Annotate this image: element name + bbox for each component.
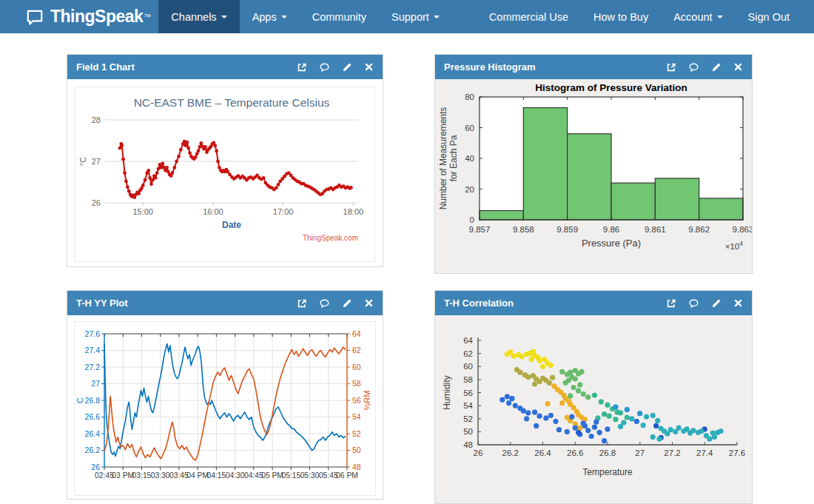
comment-icon[interactable] <box>319 62 330 73</box>
close-icon[interactable] <box>364 298 374 308</box>
close-icon[interactable] <box>364 62 374 72</box>
right-y-tick-label: 50 <box>352 446 361 454</box>
data-point <box>121 158 125 161</box>
edit-icon[interactable] <box>711 62 722 73</box>
right-axis-label: %RM <box>363 391 371 411</box>
scatter-point <box>537 414 542 419</box>
panel-field1-chart: Field 1 Chart NC-EAST BME – Temperature … <box>67 54 383 267</box>
right-y-tick-label: 54 <box>352 412 361 421</box>
data-point <box>175 160 178 164</box>
histogram-bar <box>699 198 743 220</box>
scatter-point <box>690 428 696 433</box>
panel-header-drag-handle[interactable]: T-H YY Plot <box>67 291 383 315</box>
data-point <box>186 147 190 150</box>
scatter-point <box>668 427 673 432</box>
scatter-point <box>559 400 565 406</box>
y-tick-label: 52 <box>463 414 473 423</box>
scatter-point <box>556 427 562 432</box>
panel-th-correlation: T-H Correlation 2626.226.426.626.82727.2… <box>434 290 753 504</box>
x-tick-label: 05 PM <box>261 471 283 480</box>
x-tick-label: 04:30 <box>226 471 245 480</box>
thingspeak-brand[interactable]: ThingSpeak™ <box>25 7 151 27</box>
nav-item-sign-out[interactable]: Sign Out <box>736 0 802 33</box>
nav-item-label: How to Buy <box>593 11 648 23</box>
x-tick-label: 16:00 <box>203 207 223 216</box>
y-tick-label: 50 <box>463 427 473 436</box>
scatter-point <box>517 370 522 375</box>
panel-header-drag-handle[interactable]: T-H Correlation <box>435 291 752 315</box>
open-icon[interactable] <box>297 62 307 73</box>
comment-icon[interactable] <box>688 62 699 73</box>
data-point <box>154 176 158 180</box>
edit-icon[interactable] <box>342 62 352 73</box>
scatter-point <box>506 400 511 406</box>
panel-icons <box>666 62 743 73</box>
y-tick-label: 60 <box>463 362 473 371</box>
nav-right-group: Commercial Use How to Buy Account Sign O… <box>477 0 802 33</box>
panel-title: T-H YY Plot <box>76 298 128 309</box>
axis-exponent: ×104 <box>725 240 744 251</box>
comment-icon[interactable] <box>688 298 699 309</box>
scatter-point <box>577 426 582 431</box>
scatter-point <box>548 413 554 418</box>
scatter-point <box>505 394 510 399</box>
brand-trademark: ™ <box>144 13 151 21</box>
scatter-point <box>545 401 551 406</box>
nav-item-apps[interactable]: Apps <box>240 0 300 33</box>
nav-item-how-to-buy[interactable]: How to Buy <box>581 0 661 33</box>
close-icon[interactable] <box>733 62 743 72</box>
x-tick-label: 27.6 <box>729 448 745 457</box>
right-y-tick-label: 58 <box>352 379 361 388</box>
scatter-point <box>581 420 586 426</box>
x-tick-label: 05:30 <box>300 471 320 480</box>
nav-item-community[interactable]: Community <box>300 0 379 33</box>
edit-icon[interactable] <box>711 298 722 309</box>
scatter-point <box>602 411 607 417</box>
left-y-tick-label: 26.4 <box>85 429 101 438</box>
x-tick-label: 26.8 <box>599 448 616 457</box>
field1-chart-canvas: NC-EAST BME – Temperature Celsius262728°… <box>75 87 374 258</box>
histogram-bar <box>611 183 655 220</box>
panel-body: NC-EAST BME – Temperature Celsius262728°… <box>67 87 383 274</box>
scatter-point <box>500 397 505 403</box>
open-icon[interactable] <box>666 62 676 73</box>
data-point <box>215 149 218 153</box>
data-point <box>194 155 198 159</box>
nav-item-channels[interactable]: Channels <box>158 0 239 33</box>
y-axis-label: for Each Pa <box>448 135 459 181</box>
y-axis-label: Number of Measurements <box>438 107 448 210</box>
scatter-point <box>585 428 591 433</box>
edit-icon[interactable] <box>342 298 352 309</box>
scatter-point <box>707 437 712 442</box>
y-tick-label: 80 <box>465 93 474 101</box>
comment-icon[interactable] <box>319 298 330 309</box>
open-icon[interactable] <box>666 298 676 309</box>
scatter-point <box>656 437 662 442</box>
scatter-point <box>543 415 548 420</box>
x-axis-label: Temperature <box>582 467 633 477</box>
scatter-point <box>519 354 525 359</box>
right-y-tick-label: 60 <box>352 363 361 372</box>
nav-item-label: Apps <box>252 11 277 23</box>
panel-body: 2626.226.426.626.82727.227.427.648505254… <box>435 315 752 503</box>
close-icon[interactable] <box>733 298 743 308</box>
scatter-canvas: 2626.226.426.626.82727.227.427.648505254… <box>435 315 752 504</box>
scatter-point <box>712 434 717 440</box>
open-icon[interactable] <box>297 298 307 309</box>
panel-header-drag-handle[interactable]: Field 1 Chart <box>67 55 383 79</box>
caret-down-icon <box>717 16 723 19</box>
data-point <box>161 161 164 165</box>
left-y-tick-label: 27.4 <box>85 346 101 355</box>
panel-pressure-histogram: Pressure Histogram 9.8579.8589.8599.869.… <box>434 54 753 274</box>
scatter-point <box>521 409 526 414</box>
panel-header-drag-handle[interactable]: Pressure Histogram <box>435 55 752 79</box>
x-tick-label: 03 PM <box>112 471 134 480</box>
nav-item-account[interactable]: Account <box>661 0 735 33</box>
nav-item-commercial-use[interactable]: Commercial Use <box>477 0 581 33</box>
nav-item-support[interactable]: Support <box>379 0 452 33</box>
panel-icons <box>297 62 374 73</box>
y-axis-label: °C <box>78 157 87 166</box>
data-point <box>197 149 201 153</box>
scatter-point <box>540 364 545 369</box>
scatter-point <box>553 419 558 424</box>
